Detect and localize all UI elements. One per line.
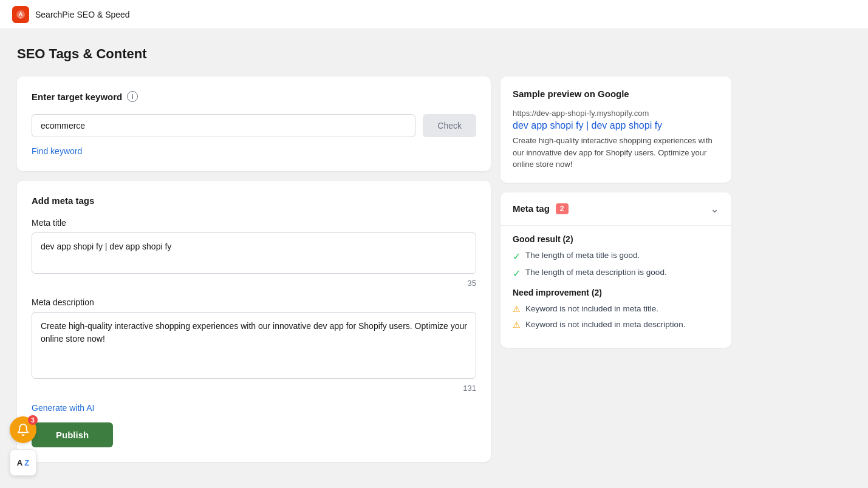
meta-title-char-count: 35 (32, 279, 476, 288)
improve-item-2-text: Keyword is not included in meta descript… (525, 319, 685, 331)
generate-ai-link[interactable]: Generate with AI (32, 403, 95, 413)
warn-icon-2: ⚠ (513, 320, 521, 330)
meta-description-char-count: 131 (32, 384, 476, 393)
notification-badge: 3 (28, 415, 38, 425)
keyword-row: Check (32, 114, 476, 137)
main-layout: Enter target keyword i Check Find keywor… (17, 76, 851, 462)
page-content: SEO Tags & Content Enter target keyword … (0, 29, 868, 479)
need-improvement-title: Need improvement (2) (513, 288, 719, 297)
good-result-title: Good result (2) (513, 234, 719, 244)
keyword-input[interactable] (32, 114, 415, 137)
quality-header[interactable]: Meta tag 2 ⌄ (501, 192, 731, 225)
meta-tags-card: Add meta tags Meta title dev app shopi f… (17, 181, 491, 462)
check-icon-2: ✓ (513, 268, 521, 279)
keyword-section-title: Enter target keyword i (32, 91, 476, 102)
improve-item-1-text: Keyword is not included in meta title. (525, 303, 658, 315)
improve-item-2: ⚠ Keyword is not included in meta descri… (513, 319, 719, 331)
quality-body: Good result (2) ✓ The length of meta tit… (501, 225, 731, 348)
good-item-1-text: The length of meta title is good. (525, 250, 640, 262)
good-item-2-text: The length of meta description is good. (525, 267, 667, 279)
quality-card: Meta tag 2 ⌄ Good result (2) ✓ The lengt… (501, 192, 731, 348)
find-keyword-link[interactable]: Find keyword (32, 146, 82, 156)
top-bar: SearchPie SEO & Speed (0, 0, 868, 29)
meta-title-container: dev app shopi fy | dev app shopi fy 35 (32, 232, 476, 288)
preview-title: Sample preview on Google (513, 89, 719, 99)
left-column: Enter target keyword i Check Find keywor… (17, 76, 491, 462)
translate-button[interactable]: A Z (10, 449, 36, 476)
meta-tags-section-title: Add meta tags (32, 195, 476, 206)
bottom-icons: 3 A Z (10, 416, 36, 476)
check-button[interactable]: Check (423, 114, 476, 137)
translate-icon: A Z (17, 458, 29, 467)
improve-item-1: ⚠ Keyword is not included in meta title. (513, 303, 719, 315)
chevron-down-icon: ⌄ (710, 202, 719, 215)
check-icon-1: ✓ (513, 251, 521, 262)
warn-icon-1: ⚠ (513, 304, 521, 314)
meta-title-input[interactable]: dev app shopi fy | dev app shopi fy (32, 232, 476, 274)
quality-header-left: Meta tag 2 (513, 203, 569, 214)
preview-url: https://dev-app-shopi-fy.myshopify.com (513, 109, 719, 118)
right-column: Sample preview on Google https://dev-app… (501, 76, 731, 348)
google-preview-card: Sample preview on Google https://dev-app… (501, 76, 731, 183)
notification-bell[interactable]: 3 (10, 416, 36, 443)
app-title: SearchPie SEO & Speed (35, 10, 130, 19)
meta-title-label: Meta title (32, 218, 476, 228)
svg-point-1 (20, 17, 21, 18)
good-item-2: ✓ The length of meta description is good… (513, 267, 719, 279)
keyword-card: Enter target keyword i Check Find keywor… (17, 76, 491, 171)
good-item-1: ✓ The length of meta title is good. (513, 250, 719, 262)
quality-header-title: Meta tag (513, 203, 550, 214)
meta-description-container: Create high-quality interactive shopping… (32, 312, 476, 393)
app-icon (12, 6, 29, 23)
bell-icon (16, 423, 30, 436)
info-icon[interactable]: i (127, 91, 138, 102)
preview-link: dev app shopi fy | dev app shopi fy (513, 120, 719, 131)
meta-description-input[interactable]: Create high-quality interactive shopping… (32, 312, 476, 379)
meta-description-label: Meta description (32, 297, 476, 307)
publish-button[interactable]: Publish (32, 422, 113, 447)
quality-badge: 2 (556, 203, 569, 214)
preview-description: Create high-quality interactive shopping… (513, 135, 719, 171)
page-title: SEO Tags & Content (17, 46, 851, 62)
